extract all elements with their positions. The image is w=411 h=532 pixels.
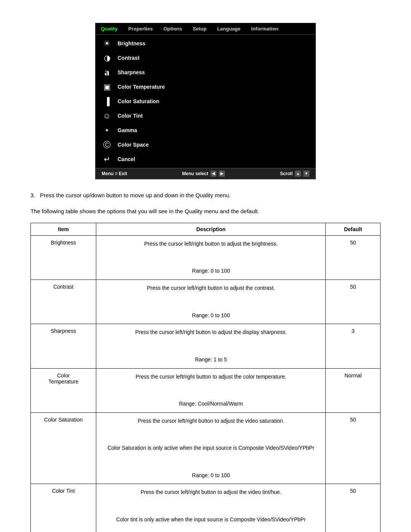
table-header-item: Item [31,223,96,236]
arrow-right-icon[interactable]: ▶ [219,171,225,177]
table-cell-default: 50 [326,484,381,532]
color-space-icon: Ⓒ [102,139,112,150]
contrast-icon: ◑ [102,53,112,63]
osd-item-brightness[interactable]: ☀ Brightness [96,36,315,51]
osd-color-sat-label: Color Saturation [118,98,159,104]
table-row: SharpnessPress the cursor left/right but… [31,324,381,368]
table-cell-default: 50 [326,236,381,280]
table-cell-item: Contrast [31,280,96,324]
osd-tab-information[interactable]: Information [249,25,281,33]
osd-menu-wrapper: Quality Properties Options Setup Languag… [30,23,381,179]
table-cell-item: Color Tint [31,484,96,532]
osd-tab-properties[interactable]: Properties [126,25,155,33]
color-temp-icon: ▣ [102,81,112,92]
step3-text: 3. Press the cursor up/down button to mo… [30,191,381,200]
quality-table: Item Description Default BrightnessPress… [30,223,381,532]
table-cell-default: 50 [326,280,381,324]
table-cell-description: Press the cursor left/right button to ad… [96,324,326,368]
osd-brightness-label: Brightness [118,40,145,46]
table-cell-item: Color Temperature [31,368,96,412]
table-cell-item: Sharpness [31,324,96,368]
table-row: Color TemperaturePress the cursor left/r… [31,368,381,412]
table-cell-item: Brightness [31,236,96,280]
table-cell-default: 50 [326,412,381,484]
osd-sharpness-label: Sharpness [118,69,145,75]
osd-item-gamma[interactable]: ✦ Gamma [96,123,315,137]
arrow-left-icon[interactable]: ◀ [210,171,217,177]
table-row: ContrastPress the cursor left/right butt… [31,280,381,324]
osd-tab-quality[interactable]: Quality [99,25,120,33]
gamma-icon: ✦ [102,125,112,136]
osd-menu: Quality Properties Options Setup Languag… [95,23,316,179]
osd-item-color-sat[interactable]: ▐ Color Saturation [96,94,315,109]
osd-contrast-label: Contrast [118,55,140,61]
table-cell-description: Press the cursor left/right button to ad… [96,368,326,412]
intro-text: The following table shows the options th… [30,207,381,216]
table-cell-description: Press the cursor left/right button to ad… [96,236,326,280]
osd-item-sharpness[interactable]: a Sharpness [96,65,315,80]
table-cell-description: Press the cursor left/right button to ad… [96,484,326,532]
table-row: BrightnessPress the cursor left/right bu… [31,236,381,280]
osd-item-color-temp[interactable]: ▣ Color Temperature [96,80,315,94]
table-header-description: Description [96,223,326,236]
osd-tabs: Quality Properties Options Setup Languag… [96,23,315,35]
table-cell-item: Color Saturation [31,412,96,484]
table-cell-description: Press the cursor left/right button to ad… [96,412,326,484]
brightness-icon: ☀ [102,38,112,49]
table-row: Color TintPress the cursor left/right bu… [31,484,381,532]
osd-color-temp-label: Color Temperature [118,84,165,90]
table-header-default: Default [326,223,381,236]
color-tint-icon: ☺ [102,110,112,121]
table-cell-default: 3 [326,324,381,368]
osd-footer-menu-exit: Menu = Exit [102,171,127,176]
osd-footer-scroll-text: Scroll [280,171,293,176]
osd-gamma-label: Gamma [118,127,137,133]
scroll-up-icon[interactable]: ▲ [295,171,301,177]
osd-cancel-label: Cancel [118,156,135,162]
osd-footer-menu-exit-text: Menu = Exit [102,171,127,176]
osd-color-space-label: Color Space [118,142,149,148]
cancel-icon: ↵ [102,154,112,165]
osd-item-color-tint[interactable]: ☺ Color Tint [96,109,315,123]
osd-footer-scroll: Scroll ▲ ▼ [280,171,309,177]
osd-tab-options[interactable]: Options [161,25,184,33]
sharpness-icon: a [102,67,112,78]
color-sat-icon: ▐ [102,96,112,107]
osd-footer-menu-select: Menu select ◀ ▶ [182,171,225,177]
table-cell-default: Normal [326,368,381,412]
osd-item-contrast[interactable]: ◑ Contrast [96,51,315,65]
scroll-down-icon[interactable]: ▼ [303,171,309,177]
osd-items-list: ☀ Brightness ◑ Contrast a Sharpness ▣ Co… [96,35,315,168]
osd-item-color-space[interactable]: Ⓒ Color Space [96,137,315,152]
osd-color-tint-label: Color Tint [118,113,143,119]
osd-footer: Menu = Exit Menu select ◀ ▶ Scroll ▲ ▼ [96,168,315,179]
osd-item-cancel[interactable]: ↵ Cancel [96,152,315,166]
osd-tab-language[interactable]: Language [215,25,243,33]
osd-footer-select-text: Menu select [182,171,208,176]
table-cell-description: Press the cursor left/right button to ad… [96,280,326,324]
osd-tab-setup[interactable]: Setup [191,25,209,33]
table-row: Color SaturationPress the cursor left/ri… [31,412,381,484]
